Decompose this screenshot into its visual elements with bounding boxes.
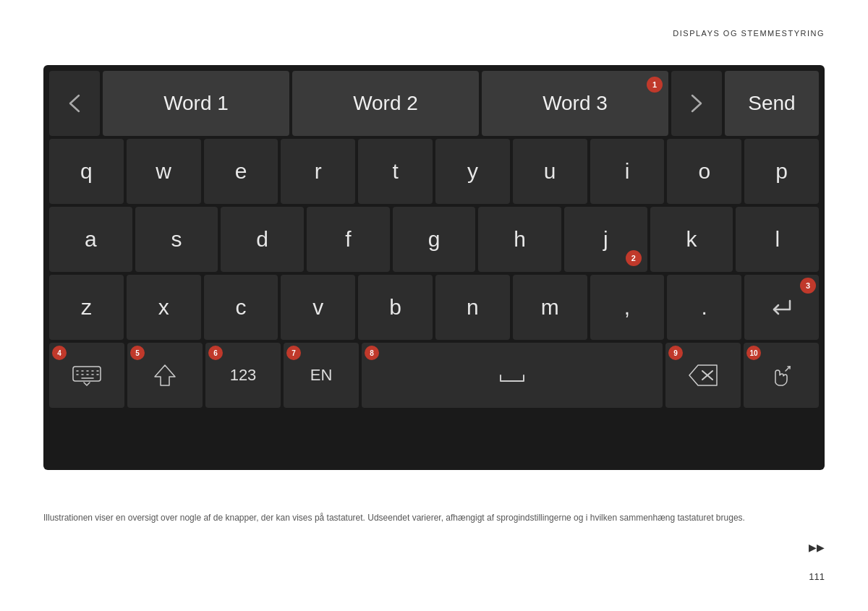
key-n[interactable]: n (435, 275, 510, 340)
bottom-row: 4 5 (49, 343, 819, 408)
page-number: 111 (809, 571, 825, 582)
key-m[interactable]: m (513, 275, 587, 340)
key-w[interactable]: w (127, 139, 201, 204)
nav-prev-button[interactable] (49, 71, 100, 136)
shift-key[interactable]: 5 (127, 343, 203, 408)
key-period[interactable]: . (667, 275, 741, 340)
backspace-key[interactable]: 9 (665, 343, 741, 408)
forward-arrows: ▶▶ (809, 542, 825, 553)
suggestion-row: Word 1 Word 2 Word 3 1 Send (49, 71, 819, 136)
key-i[interactable]: i (590, 139, 665, 204)
enter-badge: 3 (800, 278, 816, 294)
chevron-right-icon (689, 93, 704, 114)
key-g[interactable]: g (393, 207, 476, 272)
keyboard-toggle-icon (72, 364, 102, 387)
svg-rect-0 (73, 367, 101, 381)
language-key[interactable]: 7 EN (284, 343, 359, 408)
key-row-2: a s d f g h j 2 k l (49, 207, 819, 272)
nav-next-button[interactable] (671, 71, 722, 136)
key-q[interactable]: q (49, 139, 124, 204)
key-x[interactable]: x (127, 275, 201, 340)
key-row-3: z x c v b n m , . 3 (49, 275, 819, 340)
language-label: EN (310, 366, 333, 385)
key-u[interactable]: u (513, 139, 587, 204)
word1-button[interactable]: Word 1 (103, 71, 289, 136)
key-z[interactable]: z (49, 275, 124, 340)
key-enter[interactable]: 3 (744, 275, 819, 340)
keyboard-toggle-key[interactable]: 4 (49, 343, 124, 408)
key-j[interactable]: j 2 (564, 207, 647, 272)
badge-4: 4 (52, 346, 67, 360)
chevron-left-icon (67, 93, 82, 114)
badge-8: 8 (365, 346, 379, 360)
badge-10: 10 (746, 346, 761, 360)
enter-icon (768, 296, 796, 318)
badge-9: 9 (668, 346, 683, 360)
key-b[interactable]: b (358, 275, 433, 340)
page-header-title: DISPLAYS OG STEMMESTYRING (673, 29, 825, 38)
key-e[interactable]: e (204, 139, 278, 204)
key-d[interactable]: d (221, 207, 304, 272)
key-l[interactable]: l (736, 207, 819, 272)
key-t[interactable]: t (358, 139, 433, 204)
key-comma[interactable]: , (590, 275, 665, 340)
badge-5: 5 (130, 346, 145, 360)
send-button[interactable]: Send (725, 71, 819, 136)
word2-button[interactable]: Word 2 (292, 71, 479, 136)
keyboard-container: Word 1 Word 2 Word 3 1 Send q w e r t y … (43, 65, 825, 470)
touch-icon (767, 361, 796, 390)
word3-badge: 1 (647, 77, 663, 93)
key-row-1: q w e r t y u i o p (49, 139, 819, 204)
key-a[interactable]: a (49, 207, 132, 272)
shift-icon (152, 362, 178, 388)
key-f[interactable]: f (307, 207, 390, 272)
key-r[interactable]: r (281, 139, 355, 204)
key-p[interactable]: p (744, 139, 819, 204)
key-k[interactable]: k (650, 207, 733, 272)
numbers-label: 123 (230, 366, 257, 385)
caption-text: Illustrationen viser en oversigt over no… (43, 511, 825, 524)
key-v[interactable]: v (281, 275, 355, 340)
key-y[interactable]: y (435, 139, 510, 204)
j-badge: 2 (626, 250, 642, 266)
badge-7: 7 (286, 346, 301, 360)
svg-line-15 (786, 367, 790, 371)
touch-key[interactable]: 10 (744, 343, 819, 408)
space-key[interactable]: 8 (362, 343, 663, 408)
key-h[interactable]: h (478, 207, 561, 272)
key-o[interactable]: o (667, 139, 741, 204)
numbers-key[interactable]: 6 123 (205, 343, 281, 408)
key-s[interactable]: s (135, 207, 218, 272)
word3-button[interactable]: Word 3 1 (482, 71, 668, 136)
svg-marker-12 (155, 365, 175, 385)
key-c[interactable]: c (204, 275, 278, 340)
backspace-icon (686, 362, 720, 388)
space-icon (498, 365, 527, 385)
badge-6: 6 (208, 346, 223, 360)
